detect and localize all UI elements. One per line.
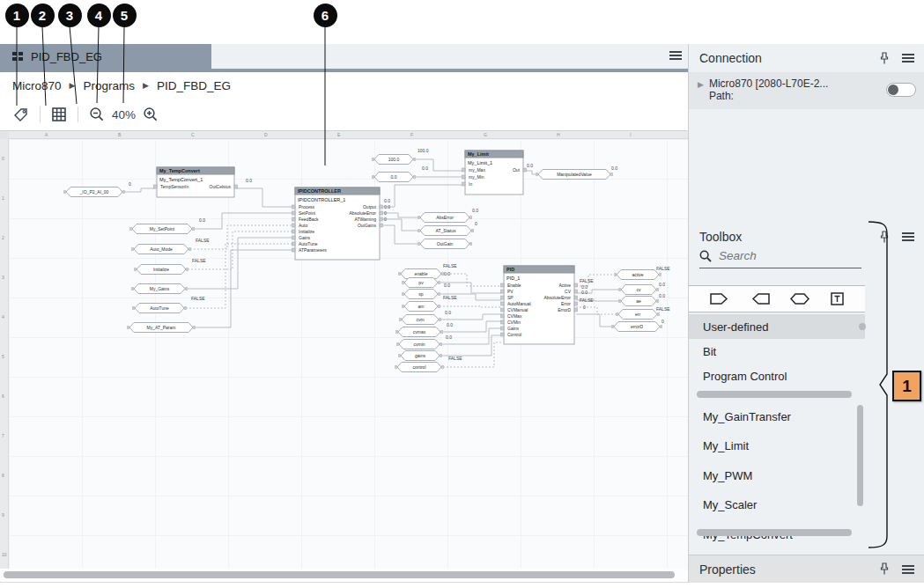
svg-text:cvmin: cvmin: [413, 342, 425, 347]
fbd-wire[interactable]: [122, 188, 155, 192]
zoom-in-button[interactable]: [140, 104, 161, 125]
fbd-variable-tag[interactable]: cvmin: [396, 340, 442, 349]
breadcrumb-device[interactable]: Micro870: [12, 79, 62, 92]
pin-icon[interactable]: [879, 562, 890, 576]
fbd-wire[interactable]: [383, 225, 418, 244]
pin-icon[interactable]: [879, 52, 890, 65]
fbd-wire[interactable]: [525, 171, 536, 174]
fbd-variable-tag[interactable]: errorD: [611, 322, 662, 332]
category-hscrollbar-thumb[interactable]: [697, 391, 852, 398]
fbd-variable-tag[interactable]: AutoTune: [132, 304, 187, 313]
toolbox-menu-icon[interactable]: [902, 231, 914, 243]
connection-device-row[interactable]: ▶ Micro870 [2080-L70E-2... Path:: [689, 72, 924, 109]
tab-pid-fbd-eg[interactable]: PID_FBD_EG: [0, 44, 211, 69]
fbd-wire[interactable]: [440, 306, 502, 307]
search-input[interactable]: [719, 249, 842, 262]
properties-menu-icon[interactable]: [902, 563, 914, 576]
fbd-variable-tag[interactable]: cv: [618, 285, 659, 295]
tag-tool-button[interactable]: [11, 104, 32, 125]
fbd-block-pid[interactable]: PIDPID_1EnablePVSPAutoManualCVManualCVMa…: [501, 266, 578, 344]
variable-tool-icon[interactable]: [790, 293, 809, 305]
svg-text:100.0: 100.0: [388, 157, 400, 162]
fbd-value-label: 0: [662, 319, 664, 324]
canvas-scrollbar-thumb[interactable]: [4, 571, 675, 578]
fbd-value-label: FALSE: [196, 238, 210, 243]
fbd-variable-tag[interactable]: My_AT_Param: [127, 323, 196, 333]
fbd-variable-tag[interactable]: AT_Status: [418, 226, 474, 236]
callout-badge-1: 1: [5, 4, 29, 27]
fbd-variable-tag[interactable]: ae: [618, 297, 659, 306]
fbd-variable-tag[interactable]: control: [395, 363, 444, 372]
svg-text:my_Min: my_Min: [469, 174, 484, 180]
fbd-wire[interactable]: [383, 185, 463, 207]
fbd-block-my_limit[interactable]: My_LimitMy_Limit_1my_Maxmy_MinInOut: [462, 151, 527, 195]
fbd-wire[interactable]: [576, 314, 612, 327]
svg-text:My_Limit_1: My_Limit_1: [468, 160, 492, 165]
fbd-wire[interactable]: [187, 238, 293, 289]
toolbox-block-my_limit[interactable]: My_Limit: [689, 433, 856, 459]
toolbox-block-my_pwm[interactable]: My_PWM: [689, 462, 856, 489]
fbd-value-label: 0.0: [384, 204, 390, 209]
toolbox-block-my_gaintransfer[interactable]: My_GainTransfer: [689, 403, 856, 430]
fbd-variable-tag[interactable]: cvmax: [395, 327, 443, 337]
fbd-wire[interactable]: [194, 213, 293, 229]
category-scrollbar-thumb[interactable]: [859, 323, 866, 330]
fbd-block-ipidcontroller[interactable]: IPIDCONTROLLERIPIDCONTROLLER_1ProcessSet…: [292, 187, 383, 260]
callout-badge-6: 6: [314, 4, 337, 27]
fbd-variable-tag[interactable]: gains: [398, 351, 442, 361]
fbd-wire[interactable]: [236, 188, 293, 207]
fbd-variable-tag[interactable]: OutGain: [418, 239, 472, 249]
fbd-wire[interactable]: [443, 342, 502, 367]
tag-icon: [13, 107, 30, 122]
fbd-variable-tag[interactable]: sp: [402, 290, 440, 299]
svg-text:My_TempConvert_1: My_TempConvert_1: [159, 177, 203, 182]
fbd-variable-tag[interactable]: cvm: [399, 315, 441, 325]
fbd-variable-tag[interactable]: _IO_P2_AI_00: [63, 187, 125, 197]
fbd-canvas[interactable]: ABCDEFGHI 012345678910 _IO_P2_AI_00My_Se…: [0, 130, 688, 569]
fbd-wire[interactable]: [443, 274, 502, 286]
expand-arrow-icon[interactable]: ▶: [698, 80, 704, 109]
fbd-variable-tag[interactable]: enable: [398, 269, 444, 279]
connection-toggle[interactable]: [886, 83, 916, 97]
fbd-variable-tag[interactable]: pv: [402, 278, 440, 288]
fbd-variable-tag[interactable]: err: [616, 310, 660, 320]
pin-icon[interactable]: [879, 231, 890, 244]
editor-menu-icon[interactable]: [669, 49, 682, 62]
toolbox-block-my_scaler[interactable]: My_Scaler: [689, 492, 856, 518]
fbd-wire[interactable]: [383, 213, 418, 217]
fbd-variable-tag[interactable]: active: [614, 270, 662, 280]
fbd-variable-tag[interactable]: am: [402, 302, 440, 312]
fbd-block-my_tempconvert[interactable]: My_TempConvertMy_TempConvert_1TempSensor…: [154, 167, 238, 197]
fbd-variable-tag[interactable]: AbsError: [418, 213, 472, 223]
toolbox-category-bit[interactable]: Bit: [689, 339, 865, 364]
fbd-wire[interactable]: [576, 307, 617, 314]
grid-toggle-button[interactable]: [48, 104, 70, 125]
fbd-variable-tag[interactable]: My_Gains: [131, 284, 188, 294]
svg-text:Gains: Gains: [299, 235, 311, 240]
zoom-out-button[interactable]: [86, 104, 107, 125]
breadcrumb-programs[interactable]: Programs: [83, 79, 135, 92]
svg-text:Initialize: Initialize: [153, 267, 169, 272]
breadcrumb-program-name[interactable]: PID_FBD_EG: [157, 79, 231, 92]
zoom-level[interactable]: 40%: [112, 108, 136, 121]
zoom-in-icon: [143, 107, 159, 122]
fbd-variable-tag[interactable]: My_SetPoint: [129, 224, 195, 234]
toolbox-category-program-control[interactable]: Program Control: [689, 364, 865, 388]
block-scrollbar-thumb[interactable]: [857, 405, 863, 506]
output-tag-tool-icon[interactable]: [750, 293, 770, 305]
fbd-value-label: FALSE: [580, 278, 594, 283]
svg-text:OutGains: OutGains: [358, 223, 377, 228]
fbd-variable-tag[interactable]: ManipulatedValue: [536, 170, 613, 180]
block-hscrollbar-thumb[interactable]: [697, 529, 852, 536]
textbox-tool-icon[interactable]: [831, 292, 844, 305]
connection-menu-icon[interactable]: [902, 52, 914, 64]
fbd-value-label: 0.0: [659, 293, 665, 298]
fbd-variable-tag[interactable]: Auto_Mode: [131, 245, 191, 254]
toolbox-category-user-defined[interactable]: User-defined: [689, 314, 865, 339]
fbd-variable-tag[interactable]: Initialize: [134, 265, 188, 275]
input-tag-tool-icon[interactable]: [710, 293, 729, 305]
svg-text:Initialize: Initialize: [299, 229, 314, 234]
fbd-variable-tag[interactable]: 0.0: [372, 173, 416, 182]
toolbox-title: Toolbox: [699, 230, 742, 244]
fbd-variable-tag[interactable]: 100.0: [372, 155, 416, 165]
